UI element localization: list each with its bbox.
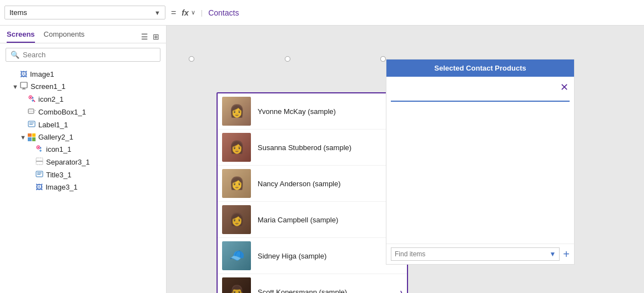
close-button[interactable]: ✕ [560, 81, 568, 93]
gallery-item-2[interactable]: 👩 Susanna Stubberod (sample) › [218, 130, 407, 166]
top-bar: Items ▼ = fx ∨ | Contacts [0, 0, 644, 26]
screen-icon [20, 82, 28, 91]
label-icon [28, 120, 36, 130]
gallery-item-1[interactable]: 👩 Yvonne McKay (sample) › [218, 93, 407, 130]
fx-icon: fx [182, 8, 188, 17]
gallery-panel: 👩 Yvonne McKay (sample) › 👩 Susanna Stub… [217, 92, 408, 293]
tree-item-screen1_1[interactable]: ▼ Screen1_1 [0, 80, 166, 93]
title-icon [36, 170, 43, 180]
left-panel: Screens Components ☰ ⊞ 🔍 🖼 Image1 [0, 26, 167, 293]
items-dropdown[interactable]: Items ▼ [4, 6, 165, 19]
tree-item-separator3_1[interactable]: Separator3_1 [0, 156, 166, 168]
svg-text:▼: ▼ [34, 109, 36, 112]
svg-point-4 [30, 97, 31, 98]
formula-value[interactable]: Contacts [208, 8, 239, 17]
item-label-image1: Image1 [30, 70, 54, 78]
gallery-name-5: Sidney Higa (sample) [258, 252, 400, 260]
dropdown-label: Items [9, 8, 27, 17]
equals-sign: = [171, 8, 176, 18]
avatar-2: 👩 [222, 133, 251, 162]
tree-item-title3_1[interactable]: Title3_1 [0, 168, 166, 181]
svg-point-17 [40, 147, 42, 149]
avatar-4: 👩 [222, 205, 251, 234]
main-layout: Screens Components ☰ ⊞ 🔍 🖼 Image1 [0, 26, 644, 293]
grid-view-icon[interactable]: ⊞ [153, 32, 159, 41]
gallery-item-3[interactable]: 👩 Nancy Anderson (sample) › [218, 166, 407, 202]
list-view-icon[interactable]: ☰ [141, 32, 148, 41]
gallery-name-1: Yvonne McKay (sample) [258, 107, 400, 116]
tree-item-image3_1[interactable]: 🖼 Image3_1 [0, 181, 166, 193]
item-label-icon1_1: icon1_1 [46, 145, 72, 153]
expand-arrow-screen1_1: ▼ [12, 83, 20, 90]
gallery-name-4: Maria Campbell (sample) [258, 216, 400, 224]
item-label-label1_1: Label1_1 [38, 121, 68, 129]
gallery-name-3: Nancy Anderson (sample) [258, 180, 400, 188]
fx-chevron-icon: ∨ [191, 9, 195, 16]
tree-item-label1_1[interactable]: Label1_1 [0, 118, 166, 131]
gallery-icon [28, 133, 36, 141]
gallery-item-4[interactable]: 👩 Maria Campbell (sample) › [218, 202, 407, 238]
handle-bottom-right[interactable] [380, 56, 386, 62]
fx-bar: fx ∨ | Contacts [182, 8, 640, 17]
item-label-combobox1_1: ComboBox1_1 [38, 108, 86, 116]
gallery-item-6[interactable]: 👨 Scott Konersmann (sample) › [218, 274, 407, 293]
tab-components[interactable]: Components [44, 30, 85, 43]
svg-point-16 [38, 147, 39, 148]
gallery-name-2: Susanna Stubberod (sample) [258, 143, 400, 152]
tree-item-icon2_1[interactable]: icon2_1 [0, 93, 166, 106]
image-icon: 🖼 [20, 70, 27, 78]
item-label-title3_1: Title3_1 [46, 171, 72, 179]
products-header: Selected Contact Products [386, 59, 574, 77]
canvas-area: ✏ 👩 Yvonne McKay (sample) › [167, 26, 644, 293]
item-label-icon2_1: icon2_1 [38, 95, 64, 103]
search-box: 🔍 [6, 48, 160, 62]
item-label-separator3_1: Separator3_1 [46, 158, 90, 166]
item-label-screen1_1: Screen1_1 [31, 82, 66, 91]
icon2_1-icon [28, 95, 36, 104]
products-footer: ▼ + [386, 244, 574, 264]
avatar-1: 👩 [222, 97, 251, 126]
item-label-gallery2_1: Gallery2_1 [38, 133, 73, 141]
avatar-3: 👩 [222, 169, 251, 198]
image3-icon: 🖼 [36, 183, 43, 191]
avatar-6: 👨 [222, 277, 251, 293]
combobox-icon: ▼ [28, 107, 36, 117]
tab-group: Screens Components [7, 30, 84, 43]
chevron-icon-6: › [400, 287, 402, 293]
find-items-dropdown-icon[interactable]: ▼ [549, 250, 556, 258]
handle-bottom-left[interactable] [189, 56, 194, 62]
tree-item-icon1_1[interactable]: icon1_1 [0, 143, 166, 156]
tree-list: 🖼 Image1 ▼ Screen1_1 [0, 66, 166, 293]
left-tabs: Screens Components ☰ ⊞ [0, 26, 166, 43]
gallery-name-6: Scott Konersmann (sample) [258, 288, 400, 294]
gallery-item-5[interactable]: 🧢 Sidney Higa (sample) › [218, 238, 407, 274]
item-label-image3_1: Image3_1 [46, 183, 78, 191]
expand-arrow-gallery2_1: ▼ [20, 134, 28, 141]
handle-bottom-center[interactable] [285, 56, 290, 62]
view-icons: ☰ ⊞ [141, 32, 159, 41]
svg-rect-0 [21, 82, 27, 88]
tree-item-gallery2_1[interactable]: ▼ Gallery2_1 [0, 131, 166, 143]
svg-point-6 [32, 97, 34, 99]
products-panel: Selected Contact Products ✕ ▼ + [386, 59, 575, 265]
tree-item-combobox1_1[interactable]: ▼ ComboBox1_1 [0, 106, 166, 118]
tree-item-image1[interactable]: 🖼 Image1 [0, 68, 166, 80]
add-item-button[interactable]: + [563, 248, 570, 261]
find-items-container: ▼ [391, 247, 560, 261]
icon1_1-icon [36, 145, 43, 154]
products-body: ✕ [386, 77, 574, 244]
separator-icon [36, 157, 43, 167]
divider-line [391, 101, 570, 102]
avatar-5: 🧢 [222, 241, 251, 270]
tab-screens[interactable]: Screens [7, 30, 35, 43]
search-input[interactable] [23, 51, 155, 59]
find-items-input[interactable] [395, 250, 549, 258]
search-icon: 🔍 [11, 51, 19, 59]
chevron-down-icon: ▼ [154, 9, 160, 16]
